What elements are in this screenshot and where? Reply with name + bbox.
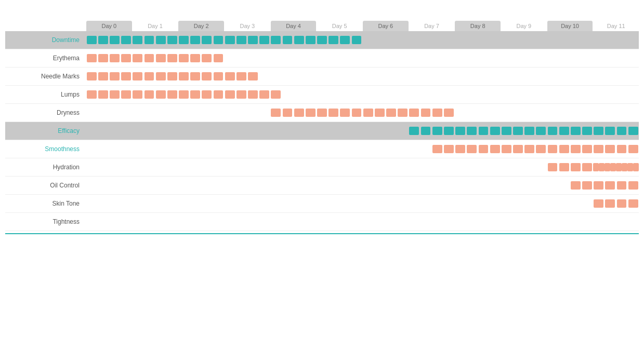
slot-4-23: [351, 105, 362, 120]
bar-2-11: [214, 72, 224, 80]
row-bars-8: [86, 177, 639, 194]
slot-2-43: [581, 69, 593, 84]
data-row-2: Needle Marks: [5, 68, 639, 86]
slot-3-34: [478, 87, 489, 102]
slot-6-0: [86, 142, 97, 156]
slot-8-29: [420, 178, 431, 193]
slot-5-16: [270, 124, 282, 138]
bar-5-38: [524, 127, 534, 135]
bar-1-0: [87, 54, 97, 62]
bar-6-42: [571, 145, 581, 153]
slot-10-13: [235, 214, 247, 229]
slot-3-8: [178, 87, 189, 102]
slot-0-13: [235, 33, 247, 47]
slot-0-22: [339, 33, 351, 47]
slot-8-21: [328, 178, 339, 193]
slot-2-13: [235, 69, 247, 84]
bar-6-40: [548, 145, 558, 153]
bar-oil-45: [605, 181, 615, 190]
slot-8-1: [97, 178, 109, 193]
slot-3-30: [431, 87, 443, 102]
slot-2-27: [397, 69, 409, 84]
slot-6-32: [455, 142, 466, 156]
bar-0-10: [202, 36, 212, 44]
bar-4-23: [352, 109, 362, 117]
slot-10-36: [501, 214, 512, 229]
slot-1-40: [547, 51, 558, 65]
slot-7-16: [270, 160, 282, 174]
bar-oil-47: [628, 181, 638, 190]
slot-4-6: [155, 105, 166, 120]
bar-6-44: [594, 145, 603, 153]
slot-10-10: [201, 214, 213, 229]
bar-6-37: [513, 145, 523, 153]
slot-5-39: [535, 124, 547, 138]
bar-3-13: [236, 90, 246, 99]
slot-8-20: [316, 178, 327, 193]
slot-3-9: [190, 87, 201, 102]
slot-1-26: [385, 51, 397, 65]
slot-7-8: [178, 160, 189, 174]
slot-6-13: [235, 142, 247, 156]
slot-8-30: [431, 178, 443, 193]
slot-0-25: [374, 33, 385, 47]
bar-3-4: [133, 90, 142, 99]
slot-4-40: [547, 105, 558, 120]
bar-eff-28: [409, 127, 419, 135]
bar-1-4: [133, 54, 142, 62]
bar-4-31: [444, 109, 454, 117]
slot-4-25: [374, 105, 385, 120]
slot-7-7: [166, 160, 178, 174]
slot-8-22: [339, 178, 351, 193]
bar-3-9: [190, 90, 200, 99]
bar-0-13: [236, 36, 246, 44]
bar-4-26: [386, 109, 396, 117]
slot-10-27: [397, 214, 409, 229]
slot-0-31: [443, 33, 454, 47]
sessions-header: [5, 5, 639, 11]
bar-6-34: [479, 145, 489, 153]
bar-0-17: [283, 36, 293, 44]
bar-5-32: [455, 127, 465, 135]
slot-8-26: [385, 178, 397, 193]
bar-3-16: [271, 90, 281, 99]
row-bars-4: [86, 104, 639, 122]
slot-6-16: [270, 142, 282, 156]
slot-8-43: [581, 178, 593, 193]
slot-7-2: [109, 160, 120, 174]
slot-10-39: [535, 214, 547, 229]
day-header-10: Day 10: [547, 21, 593, 31]
bar-3-14: [248, 90, 258, 99]
slot-7-5: [143, 160, 155, 174]
slot-1-13: [235, 51, 247, 65]
slot-4-17: [282, 105, 293, 120]
bar-5-44: [594, 127, 603, 135]
slot-4-11: [213, 105, 224, 120]
session-4: [480, 5, 639, 11]
slot-8-25: [374, 178, 385, 193]
slot-8-42: [570, 178, 581, 193]
slot-1-10: [201, 51, 213, 65]
slot-4-13: [235, 105, 247, 120]
bar-0-9: [190, 36, 200, 44]
slot-0-23: [351, 33, 362, 47]
slot-7-28: [409, 160, 420, 174]
slot-3-28: [409, 87, 420, 102]
slot-8-38: [524, 178, 535, 193]
slot-5-32: [455, 124, 466, 138]
slot-6-14: [247, 142, 258, 156]
slot-9-8: [178, 196, 189, 211]
bar-2-14: [248, 72, 258, 80]
slot-6-39: [535, 142, 547, 156]
day-header-8: Day 8: [455, 21, 501, 31]
slot-2-47: [627, 69, 639, 84]
slot-10-19: [305, 214, 316, 229]
slot-3-35: [489, 87, 501, 102]
bar-2-13: [236, 72, 246, 80]
slot-1-21: [328, 51, 339, 65]
slot-7-31: [443, 160, 454, 174]
slot-6-40: [547, 142, 558, 156]
slot-2-9: [190, 69, 201, 84]
slot-5-1: [97, 124, 109, 138]
slot-0-35: [489, 33, 501, 47]
